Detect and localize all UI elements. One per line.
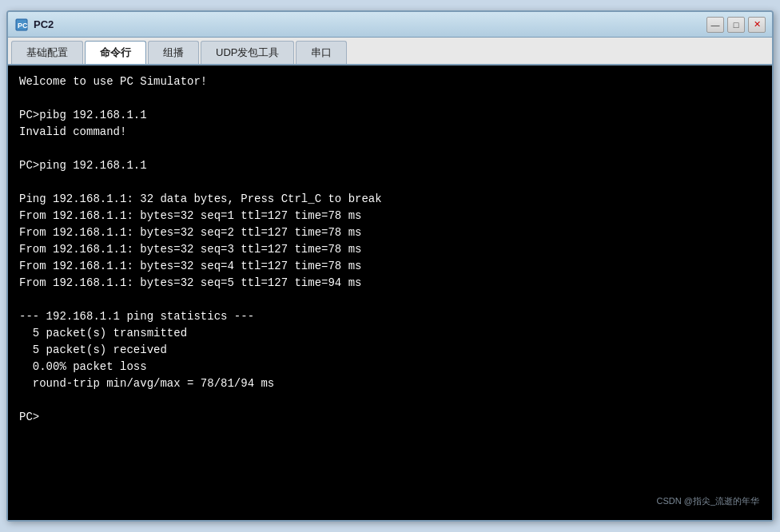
terminal-line: PC>ping 192.168.1.1 [19, 157, 761, 174]
terminal-line: Invalid command! [19, 124, 761, 141]
terminal-line [19, 392, 761, 409]
terminal-line [19, 174, 761, 191]
window-title: PC2 [34, 18, 706, 30]
terminal-line: From 192.168.1.1: bytes=32 seq=4 ttl=127… [19, 258, 761, 275]
terminal-line [19, 426, 761, 443]
terminal-line: --- 192.168.1.1 ping statistics --- [19, 308, 761, 325]
tab-bar: 基础配置命令行组播UDP发包工具串口 [8, 38, 772, 66]
terminal-line: From 192.168.1.1: bytes=32 seq=1 ttl=127… [19, 208, 761, 224]
tab-组播[interactable]: 组播 [148, 41, 199, 64]
window-controls: — □ ✕ [706, 17, 766, 33]
terminal-line: Ping 192.168.1.1: 32 data bytes, Press C… [19, 191, 761, 208]
tab-UDP发包工具[interactable]: UDP发包工具 [201, 41, 294, 64]
minimize-button[interactable]: — [706, 17, 724, 33]
terminal-line [19, 141, 761, 157]
pc2-window: PC PC2 — □ ✕ 基础配置命令行组播UDP发包工具串口 Welcome … [6, 10, 774, 522]
terminal-line: Welcome to use PC Simulator! [19, 73, 761, 90]
tab-命令行[interactable]: 命令行 [85, 41, 146, 64]
terminal-line: PC>pibg 192.168.1.1 [19, 107, 761, 124]
terminal-line: From 192.168.1.1: bytes=32 seq=3 ttl=127… [19, 241, 761, 258]
close-button[interactable]: ✕ [748, 17, 766, 33]
terminal-line: round-trip min/avg/max = 78/81/94 ms [19, 375, 761, 392]
terminal-line: 0.00% packet loss [19, 359, 761, 375]
window-icon: PC [14, 18, 29, 32]
terminal-line: 5 packet(s) received [19, 342, 761, 359]
maximize-button[interactable]: □ [727, 17, 745, 33]
terminal-line: From 192.168.1.1: bytes=32 seq=5 ttl=127… [19, 275, 761, 292]
terminal-line [19, 292, 761, 308]
terminal-line: PC> [19, 409, 761, 426]
svg-text:PC: PC [18, 22, 28, 30]
terminal-line: 5 packet(s) transmitted [19, 325, 761, 342]
title-bar: PC PC2 — □ ✕ [8, 12, 772, 38]
terminal-line [19, 90, 761, 107]
terminal-line: From 192.168.1.1: bytes=32 seq=2 ttl=127… [19, 224, 761, 241]
tab-串口[interactable]: 串口 [296, 41, 347, 64]
tab-基础配置[interactable]: 基础配置 [11, 41, 83, 64]
terminal-area[interactable]: Welcome to use PC Simulator! PC>pibg 192… [8, 66, 772, 520]
